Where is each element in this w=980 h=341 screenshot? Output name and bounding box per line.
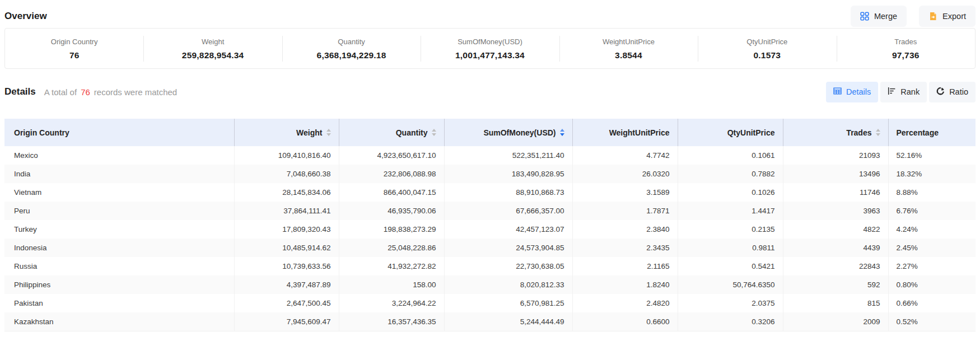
cell-trades: 815 [783,294,888,312]
cell-sum-of-money: 8,020,812.33 [444,275,572,294]
column-header-quantity[interactable]: Quantity [339,119,444,146]
stat-value: 259,828,954.34 [143,50,282,60]
matched-suffix: records were matched [94,87,177,97]
column-header-sum-of-money[interactable]: SumOfMoney(USD) [444,119,572,146]
sort-icon [876,129,880,136]
cell-percentage: 0.80% [888,275,976,294]
cell-trades: 592 [783,275,888,294]
cell-quantity: 25,048,228.86 [339,239,444,257]
stat-value: 6,368,194,229.18 [282,50,421,60]
cell-percentage: 8.88% [888,183,976,202]
stat-label: SumOfMoney(USD) [421,38,559,46]
cell-weight-unit-price: 1.7871 [572,202,678,220]
cell-sum-of-money: 183,490,828.95 [444,165,572,183]
column-label: Percentage [897,128,939,137]
stat-value: 0.1573 [698,50,836,60]
column-label: SumOfMoney(USD) [483,128,556,137]
stat-trades: Trades 97,736 [837,36,975,60]
stat-label: WeightUnitPrice [559,38,698,46]
cell-trades: 4439 [783,239,888,257]
column-header-weight[interactable]: Weight [234,119,339,146]
details-title: Details [4,86,36,97]
cell-weight-unit-price: 2.1165 [572,257,678,275]
cell-weight-unit-price: 1.8240 [572,275,678,294]
stat-qty-unit-price: QtyUnitPrice 0.1573 [698,36,836,60]
column-header-trades[interactable]: Trades [783,119,888,146]
cell-weight-unit-price: 2.3435 [572,239,678,257]
table-row: Vietnam 28,145,834.06 866,400,047.15 88,… [4,183,976,202]
tab-rank[interactable]: Rank [880,82,927,102]
column-label: WeightUnitPrice [609,128,670,137]
cell-weight: 7,048,660.38 [234,165,339,183]
stat-label: Origin Country [5,38,143,46]
column-label: Quantity [396,128,428,137]
cell-country: Kazakhstan [4,312,234,331]
cell-sum-of-money: 522,351,211.40 [444,146,572,165]
cell-sum-of-money: 22,730,638.05 [444,257,572,275]
stat-weight: Weight 259,828,954.34 [143,36,282,60]
tab-details-label: Details [846,87,871,96]
cell-country: Indonesia [4,239,234,257]
export-icon [928,12,937,21]
overview-actions: Merge Export [851,6,976,27]
cell-qty-unit-price: 0.3206 [678,312,783,331]
tab-ratio[interactable]: Ratio [929,82,976,102]
stat-value: 97,736 [837,50,975,60]
details-header: Details A total of76records were matched… [4,81,976,102]
page: Overview Merge Export Origin Country 76 … [0,6,980,331]
cell-quantity: 158.00 [339,275,444,294]
view-switch: Details Rank Ratio [826,82,976,102]
cell-weight-unit-price: 26.0320 [572,165,678,183]
cell-weight-unit-price: 3.1589 [572,183,678,202]
cell-sum-of-money: 88,910,868.73 [444,183,572,202]
cell-weight: 10,485,914.62 [234,239,339,257]
cell-quantity: 41,932,272.82 [339,257,444,275]
cell-trades: 11746 [783,183,888,202]
stat-weight-unit-price: WeightUnitPrice 3.8544 [559,36,698,60]
bar-list-icon [888,87,896,97]
merge-button-label: Merge [874,12,897,21]
cell-country: Vietnam [4,183,234,202]
export-button[interactable]: Export [919,6,976,27]
tab-rank-label: Rank [900,87,920,96]
cell-percentage: 6.76% [888,202,976,220]
cell-qty-unit-price: 0.1026 [678,183,783,202]
tab-details[interactable]: Details [826,82,878,102]
stat-sum-of-money: SumOfMoney(USD) 1,001,477,143.34 [421,36,559,60]
cell-country: Peru [4,202,234,220]
cell-qty-unit-price: 0.2135 [678,220,783,239]
cell-percentage: 18.32% [888,165,976,183]
cell-weight: 2,647,500.45 [234,294,339,312]
cell-sum-of-money: 5,244,444.49 [444,312,572,331]
table-row: Peru 37,864,111.41 46,935,790.06 67,666,… [4,202,976,220]
merge-button[interactable]: Merge [851,6,907,27]
cell-sum-of-money: 24,573,904.85 [444,239,572,257]
cell-country: Turkey [4,220,234,239]
column-label: Weight [296,128,322,137]
overview-header: Overview Merge Export [4,6,976,27]
column-header-percentage: Percentage [888,119,976,146]
page-title: Overview [4,11,47,22]
cell-qty-unit-price: 2.0375 [678,294,783,312]
tab-ratio-label: Ratio [949,87,968,96]
cell-country: India [4,165,234,183]
matched-prefix: A total of [44,87,77,97]
table-body: Mexico 109,410,816.40 4,923,650,617.10 5… [4,146,976,331]
cell-weight-unit-price: 2.4820 [572,294,678,312]
column-label: QtyUnitPrice [727,128,775,137]
cell-percentage: 2.27% [888,257,976,275]
stat-label: QtyUnitPrice [698,38,836,46]
stats-summary-card: Origin Country 76 Weight 259,828,954.34 … [4,28,976,69]
table-icon [833,87,842,97]
cell-weight: 10,739,633.56 [234,257,339,275]
cell-weight-unit-price: 0.6600 [572,312,678,331]
cell-percentage: 0.52% [888,312,976,331]
stat-value: 1,001,477,143.34 [421,50,559,60]
cell-sum-of-money: 42,457,123.07 [444,220,572,239]
cell-qty-unit-price: 0.9811 [678,239,783,257]
cell-country: Pakistan [4,294,234,312]
export-button-label: Export [942,12,966,21]
cell-qty-unit-price: 0.1061 [678,146,783,165]
cell-percentage: 0.66% [888,294,976,312]
table-row: Mexico 109,410,816.40 4,923,650,617.10 5… [4,146,976,165]
